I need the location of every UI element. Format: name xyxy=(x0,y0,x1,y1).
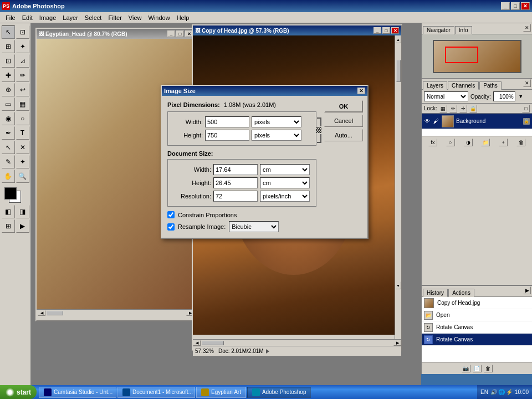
menu-select[interactable]: Select xyxy=(81,13,105,22)
auto-button[interactable]: Auto... xyxy=(324,129,363,141)
tool-standard-mode[interactable]: ◨ xyxy=(16,205,29,218)
copy-doc-minimize[interactable]: _ xyxy=(374,27,381,34)
tool-dodge[interactable]: ○ xyxy=(16,112,29,125)
tool-lasso[interactable]: ⊡ xyxy=(16,25,29,39)
foreground-color[interactable] xyxy=(4,187,17,200)
layers-panel-close[interactable]: ✕ xyxy=(523,79,531,87)
lock-position[interactable]: ✛ xyxy=(459,105,467,112)
layer-folder-button[interactable]: 📁 xyxy=(481,139,490,146)
constrain-checkbox[interactable] xyxy=(167,211,175,218)
tool-select-arrow[interactable]: ↖ xyxy=(2,141,15,154)
doc-width-input[interactable] xyxy=(213,164,258,175)
tool-history-brush[interactable]: ↩ xyxy=(16,83,29,96)
tab-actions[interactable]: Actions xyxy=(448,289,474,297)
history-item-rotate1[interactable]: ↻ Rotate Canvas xyxy=(422,321,532,334)
start-button[interactable]: start xyxy=(0,385,37,399)
pixel-width-unit[interactable]: pixels xyxy=(252,116,301,127)
tool-text[interactable]: T xyxy=(16,126,29,140)
copy-doc-maximize[interactable]: □ xyxy=(382,27,390,34)
blend-mode-select[interactable]: Normal xyxy=(424,91,468,101)
tool-blur[interactable]: ◉ xyxy=(2,112,15,125)
resample-checkbox[interactable] xyxy=(167,223,175,231)
history-item-open[interactable]: 📂 Open xyxy=(422,309,532,321)
tool-magic-wand[interactable]: ✦ xyxy=(16,40,29,53)
tool-eraser[interactable]: ▭ xyxy=(2,98,15,111)
tool-eyedropper[interactable]: ✦ xyxy=(16,155,29,168)
pixel-height-unit[interactable]: pixels xyxy=(252,130,301,141)
doc-minimize[interactable]: _ xyxy=(167,30,175,37)
tab-info[interactable]: Info xyxy=(455,26,472,34)
lock-image[interactable]: ✏ xyxy=(449,105,457,112)
ok-button[interactable]: OK xyxy=(324,100,363,112)
doc-width-unit[interactable]: cm xyxy=(260,164,310,175)
layer-eye-icon[interactable]: 👁 xyxy=(424,118,431,125)
tool-hand[interactable]: ✋ xyxy=(2,170,15,183)
pixel-width-input[interactable] xyxy=(205,116,249,127)
tool-crop[interactable]: ⊡ xyxy=(2,54,15,68)
tool-stamp[interactable]: ⊕ xyxy=(2,83,15,96)
tool-shape[interactable]: ✕ xyxy=(16,141,29,154)
opacity-arrow[interactable]: ▼ xyxy=(518,93,524,100)
history-snapshot-button[interactable]: 📷 xyxy=(462,365,470,372)
tool-move[interactable]: ↖ xyxy=(2,25,15,39)
layer-style-button[interactable]: fx xyxy=(428,139,437,146)
menu-window[interactable]: Window xyxy=(145,13,173,22)
menu-help[interactable]: Help xyxy=(173,13,193,22)
tool-gradient[interactable]: ▦ xyxy=(16,98,29,111)
nav-panel-close[interactable]: ✕ xyxy=(523,24,531,32)
pixel-height-input[interactable] xyxy=(205,130,249,141)
tab-layers[interactable]: Layers xyxy=(423,81,447,90)
taskbar-item-camtasia[interactable]: Camtasia Studio - Unt... xyxy=(39,387,116,398)
layer-new-button[interactable]: + xyxy=(499,139,508,146)
doc-height-input[interactable] xyxy=(213,177,258,188)
resolution-input[interactable] xyxy=(213,191,258,202)
tab-paths[interactable]: Paths xyxy=(479,81,502,90)
resolution-unit[interactable]: pixels/inch xyxy=(260,191,310,202)
minimize-button[interactable]: _ xyxy=(501,2,510,10)
opacity-input[interactable] xyxy=(493,91,515,101)
history-item-rotate2[interactable]: ↻ Rotate Canvas xyxy=(422,334,532,346)
tool-screen-mode[interactable]: ⊞ xyxy=(2,219,15,233)
menu-edit[interactable]: Edit xyxy=(19,13,36,22)
history-delete-button[interactable]: 🗑 xyxy=(484,365,493,372)
dialog-close-button[interactable]: ✕ xyxy=(357,88,365,94)
copy-doc-close[interactable]: ✕ xyxy=(391,27,399,34)
tool-healing[interactable]: ✚ xyxy=(2,69,15,82)
close-button[interactable]: ✕ xyxy=(521,2,530,10)
tab-history[interactable]: History xyxy=(423,289,448,297)
cancel-button[interactable]: Cancel xyxy=(324,115,363,127)
doc-height-unit[interactable]: cm xyxy=(260,177,310,188)
scrollbar-h[interactable]: ◀ ▶ xyxy=(37,309,195,316)
menu-image[interactable]: Image xyxy=(36,13,60,22)
layer-adjustment-button[interactable]: ◑ xyxy=(464,139,473,146)
layer-mask-button[interactable]: ○ xyxy=(446,139,455,146)
resample-select[interactable]: Bicubic xyxy=(229,221,279,232)
tool-pen[interactable]: ✒ xyxy=(2,126,15,140)
taskbar-item-word[interactable]: Document1 - Microsoft... xyxy=(117,387,195,398)
menu-file[interactable]: File xyxy=(2,13,19,22)
doc-maximize[interactable]: □ xyxy=(176,30,184,37)
tool-imageready[interactable]: ▶ xyxy=(16,219,29,233)
lock-all[interactable]: 🔒 xyxy=(469,105,477,112)
scrollbar-v[interactable]: ▲ ▼ xyxy=(395,35,401,339)
layer-delete-button[interactable]: 🗑 xyxy=(516,139,525,146)
tool-marquee[interactable]: ⊞ xyxy=(2,40,15,53)
taskbar-item-folder[interactable]: Egyptian Art xyxy=(196,387,246,398)
status-arrow[interactable] xyxy=(266,349,269,354)
layer-background[interactable]: 👁 🖌 Background 🔒 xyxy=(422,114,532,129)
history-panel-close[interactable]: ▶ xyxy=(523,287,531,294)
tab-channels[interactable]: Channels xyxy=(448,81,479,90)
history-item-snapshot[interactable]: Copy of Head.jpg xyxy=(422,297,532,309)
copy-scrollbar-h[interactable]: ◀ ▶ xyxy=(193,339,401,346)
menu-view[interactable]: View xyxy=(125,13,145,22)
menu-layer[interactable]: Layer xyxy=(59,13,81,22)
tool-brush[interactable]: ✏ xyxy=(16,69,29,82)
maximize-button[interactable]: □ xyxy=(511,2,520,10)
taskbar-item-photoshop[interactable]: Adobe Photoshop xyxy=(247,387,311,398)
tool-zoom[interactable]: 🔍 xyxy=(16,170,29,183)
lock-transparent[interactable]: ▦ xyxy=(439,105,447,112)
history-new-doc-button[interactable]: 📄 xyxy=(473,365,482,372)
tool-slice[interactable]: ⊿ xyxy=(16,54,29,68)
tool-quick-mask[interactable]: ◧ xyxy=(2,205,15,218)
tab-navigator[interactable]: Navigator xyxy=(423,26,454,34)
